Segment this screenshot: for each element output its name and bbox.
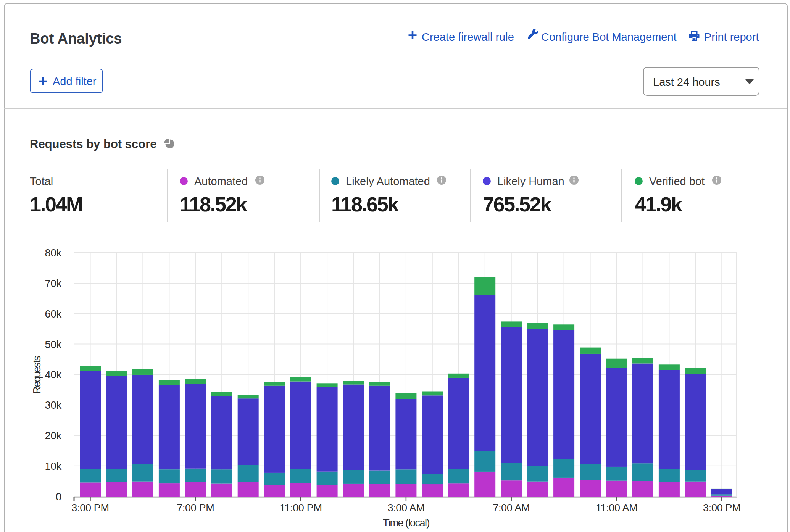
svg-text:60k: 60k — [45, 308, 62, 320]
svg-text:20k: 20k — [45, 430, 62, 442]
svg-text:Requests: Requests — [31, 356, 43, 394]
svg-text:Time (local): Time (local) — [383, 517, 430, 529]
svg-text:7:00 AM: 7:00 AM — [493, 502, 530, 514]
svg-text:3:00 AM: 3:00 AM — [387, 502, 424, 514]
svg-text:70k: 70k — [45, 277, 62, 289]
svg-text:40k: 40k — [45, 369, 62, 380]
svg-text:11:00 AM: 11:00 AM — [596, 502, 638, 514]
svg-text:7:00 PM: 7:00 PM — [177, 502, 214, 514]
svg-text:3:00 PM: 3:00 PM — [703, 502, 740, 514]
svg-text:3:00 PM: 3:00 PM — [71, 502, 109, 514]
svg-text:30k: 30k — [45, 399, 62, 411]
svg-text:50k: 50k — [45, 339, 62, 350]
svg-text:11:00 PM: 11:00 PM — [280, 502, 322, 514]
svg-text:10k: 10k — [45, 460, 62, 472]
svg-text:0: 0 — [56, 491, 61, 503]
svg-text:80k: 80k — [45, 247, 62, 259]
